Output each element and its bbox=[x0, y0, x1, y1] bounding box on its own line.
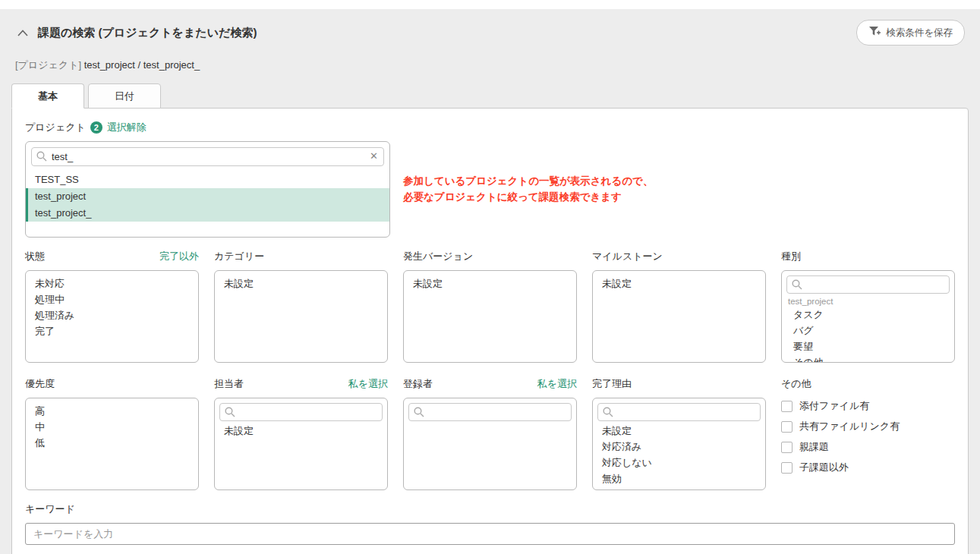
priority-listbox[interactable]: 高 中 低 bbox=[25, 398, 199, 490]
select-me-link[interactable]: 私を選択 bbox=[348, 377, 388, 391]
list-item[interactable]: その他 bbox=[782, 355, 954, 363]
category-listbox[interactable]: 未設定 bbox=[214, 270, 388, 363]
other-checkboxes: 添付ファイル有 共有ファイルリンク有 親課題 子課題以外 bbox=[781, 398, 955, 474]
search-panel-header: 課題の検索 (プロジェクトをまたいだ検索) 検索条件を保存 bbox=[0, 9, 980, 46]
milestone-listbox[interactable]: 未設定 bbox=[592, 270, 766, 363]
assignee-listbox[interactable]: 未設定 bbox=[214, 398, 388, 490]
list-item[interactable]: 未設定 bbox=[215, 276, 387, 292]
breadcrumb-path: test_project / test_project_ bbox=[84, 59, 200, 71]
creator-search-input[interactable] bbox=[408, 403, 572, 421]
annotation-note: 参加しているプロジェクトの一覧が表示されるので、 必要なプロジェクトに絞って課題… bbox=[403, 174, 653, 206]
list-item[interactable]: 低 bbox=[26, 436, 198, 452]
list-item[interactable]: 未設定 bbox=[593, 276, 765, 292]
tab-date[interactable]: 日付 bbox=[88, 83, 161, 109]
checkbox-row-exclude-child-issue[interactable]: 子課題以外 bbox=[781, 461, 955, 474]
checkbox-label: 共有ファイルリンク有 bbox=[799, 420, 900, 433]
clear-search-icon[interactable]: ✕ bbox=[370, 150, 378, 162]
resolution-listbox[interactable]: 未設定 対応済み 対応しない 無効 重複 bbox=[592, 398, 766, 490]
list-item[interactable]: 処理済み bbox=[26, 308, 198, 324]
not-completed-link[interactable]: 完了以外 bbox=[159, 250, 199, 263]
project-field-head: プロジェクト 2 選択解除 bbox=[25, 121, 955, 134]
list-item[interactable]: 重複 bbox=[593, 487, 765, 490]
status-listbox[interactable]: 未対応 処理中 処理済み 完了 bbox=[25, 270, 199, 363]
search-icon bbox=[792, 279, 802, 292]
selected-count-badge: 2 bbox=[90, 121, 102, 134]
list-item[interactable]: 中 bbox=[26, 420, 198, 436]
list-item[interactable]: 処理中 bbox=[26, 292, 198, 308]
resolution-field: 完了理由 未設定 対応済み 対応しない 無効 重複 bbox=[592, 375, 766, 490]
list-item[interactable]: 未設定 bbox=[404, 276, 576, 292]
filter-plus-icon bbox=[868, 26, 881, 39]
top-strip bbox=[0, 0, 980, 9]
search-icon bbox=[36, 151, 47, 164]
checkbox-row-parent-issue[interactable]: 親課題 bbox=[781, 440, 955, 454]
milestone-label: マイルストーン bbox=[592, 250, 663, 263]
issue-type-listbox[interactable]: test_project タスク バグ 要望 その他 bbox=[781, 270, 955, 363]
list-item[interactable]: 対応しない bbox=[593, 455, 765, 471]
version-field: 発生バージョン 未設定 bbox=[403, 247, 577, 363]
other-label: その他 bbox=[781, 377, 811, 391]
category-label: カテゴリー bbox=[214, 250, 264, 263]
priority-label: 優先度 bbox=[25, 377, 55, 391]
creator-field: 登録者 私を選択 bbox=[403, 375, 577, 490]
checkbox-label: 添付ファイル有 bbox=[799, 399, 869, 413]
list-item[interactable]: 対応済み bbox=[593, 439, 765, 455]
checkbox-label: 親課題 bbox=[799, 440, 829, 454]
project-search-wrap: ✕ bbox=[31, 147, 384, 166]
search-form-panel: プロジェクト 2 選択解除 ✕ TEST_SS test_project tes… bbox=[11, 108, 969, 554]
list-item[interactable]: 未設定 bbox=[593, 423, 765, 439]
project-option[interactable]: TEST_SS bbox=[26, 172, 389, 188]
issue-type-search-input[interactable] bbox=[786, 275, 950, 294]
project-option-selected[interactable]: test_project_ bbox=[26, 205, 389, 222]
checkbox[interactable] bbox=[781, 401, 793, 412]
version-listbox[interactable]: 未設定 bbox=[403, 270, 577, 363]
resolution-label: 完了理由 bbox=[592, 377, 632, 391]
checkbox[interactable] bbox=[781, 421, 793, 433]
other-field: その他 添付ファイル有 共有ファイルリンク有 親課題 子課題以外 bbox=[781, 375, 955, 490]
milestone-field: マイルストーン 未設定 bbox=[592, 247, 766, 363]
list-item[interactable]: タスク bbox=[782, 307, 954, 323]
breadcrumb-prefix: [プロジェクト] bbox=[15, 59, 81, 71]
search-icon bbox=[414, 407, 424, 420]
group-label: test_project bbox=[782, 296, 954, 307]
checkbox-row-attachment[interactable]: 添付ファイル有 bbox=[781, 399, 955, 413]
project-picker: ✕ TEST_SS test_project test_project_ bbox=[25, 141, 390, 238]
issue-type-field: 種別 test_project タスク バグ 要望 その他 bbox=[781, 247, 955, 363]
issue-type-label: 種別 bbox=[781, 250, 801, 263]
checkbox-label: 子課題以外 bbox=[799, 461, 849, 474]
list-item[interactable]: 無効 bbox=[593, 471, 765, 487]
list-item[interactable]: 未対応 bbox=[26, 276, 198, 292]
save-search-conditions-button[interactable]: 検索条件を保存 bbox=[856, 20, 965, 46]
search-icon bbox=[603, 407, 613, 420]
assignee-label: 担当者 bbox=[214, 377, 244, 391]
project-search-input[interactable] bbox=[31, 147, 384, 166]
page-title: 課題の検索 (プロジェクトをまたいだ検索) bbox=[38, 26, 257, 40]
status-field: 状態 完了以外 未対応 処理中 処理済み 完了 bbox=[25, 247, 199, 363]
list-item[interactable]: 完了 bbox=[26, 324, 198, 340]
annotation-line-1: 参加しているプロジェクトの一覧が表示されるので、 bbox=[403, 174, 653, 190]
select-me-link[interactable]: 私を選択 bbox=[537, 377, 577, 391]
assignee-search-input[interactable] bbox=[219, 403, 383, 421]
list-item[interactable]: バグ bbox=[782, 323, 954, 339]
tab-basic[interactable]: 基本 bbox=[11, 83, 84, 109]
search-icon bbox=[225, 407, 235, 420]
category-field: カテゴリー 未設定 bbox=[214, 247, 388, 363]
list-item[interactable]: 高 bbox=[26, 404, 198, 420]
list-item[interactable]: 未設定 bbox=[215, 423, 387, 439]
filter-row-1: 状態 完了以外 未対応 処理中 処理済み 完了 カテゴリー 未設定 発生バージョ… bbox=[25, 247, 955, 363]
annotation-line-2: 必要なプロジェクトに絞って課題検索できます bbox=[403, 190, 653, 206]
checkbox-row-shared-file-link[interactable]: 共有ファイルリンク有 bbox=[781, 420, 955, 433]
resolution-search-input[interactable] bbox=[597, 403, 761, 421]
collapse-chevron-icon[interactable] bbox=[15, 25, 30, 40]
version-label: 発生バージョン bbox=[403, 250, 473, 263]
creator-listbox[interactable] bbox=[403, 398, 577, 490]
breadcrumb: [プロジェクト] test_project / test_project_ bbox=[0, 58, 980, 72]
checkbox[interactable] bbox=[781, 462, 793, 474]
list-item[interactable]: 要望 bbox=[782, 339, 954, 355]
deselect-link[interactable]: 選択解除 bbox=[107, 121, 147, 134]
checkbox[interactable] bbox=[781, 442, 793, 453]
creator-label: 登録者 bbox=[403, 377, 433, 391]
project-option-selected[interactable]: test_project bbox=[26, 188, 389, 205]
keyword-label: キーワード bbox=[25, 502, 955, 516]
keyword-input[interactable] bbox=[25, 523, 955, 545]
